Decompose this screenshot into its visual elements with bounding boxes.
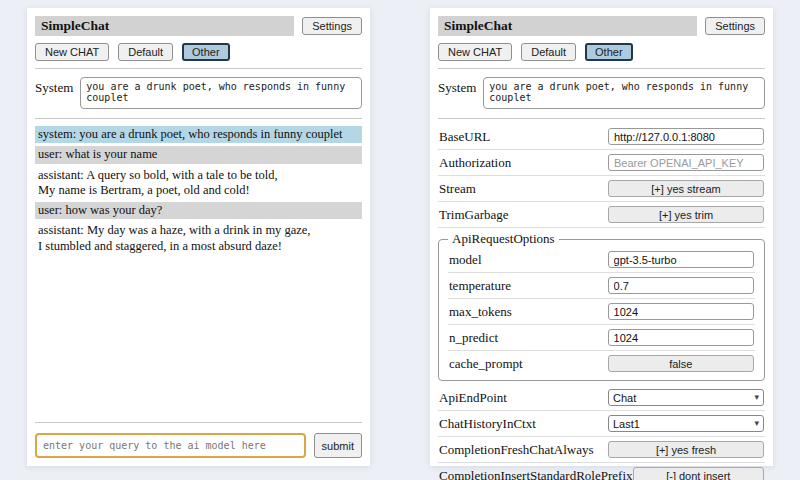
divider xyxy=(35,118,362,119)
baseurl-label: BaseURL xyxy=(439,129,490,145)
max-tokens-input[interactable] xyxy=(608,303,754,320)
settings-panel: SimpleChat Settings New CHAT Default Oth… xyxy=(430,8,773,466)
chat-history-selected-value: Last1 xyxy=(613,418,640,430)
stream-toggle-button[interactable]: [+] yes stream xyxy=(608,180,764,197)
session-tab-other[interactable]: Other xyxy=(585,43,633,61)
session-tab-other[interactable]: Other xyxy=(182,43,230,61)
api-request-options-fieldset: ApiRequestOptions model temperature max_… xyxy=(438,231,765,381)
stream-label: Stream xyxy=(439,181,476,197)
spacer xyxy=(35,258,362,415)
setting-row-cache-prompt: cache_prompt false xyxy=(448,351,755,376)
setting-row-trimgarbage: TrimGarbage [+] yes trim xyxy=(438,202,765,228)
query-row: submit xyxy=(35,433,362,458)
app-title: SimpleChat xyxy=(438,16,697,36)
cache-prompt-toggle-button[interactable]: false xyxy=(608,355,754,372)
session-tab-default[interactable]: Default xyxy=(118,43,173,61)
api-endpoint-selected-value: Chat xyxy=(613,392,636,404)
setting-row-stream: Stream [+] yes stream xyxy=(438,176,765,202)
system-label: System xyxy=(438,77,476,96)
chat-message-user: user: what is your name xyxy=(35,146,362,163)
model-label: model xyxy=(449,252,482,268)
api-request-options-legend: ApiRequestOptions xyxy=(448,231,559,247)
trimgarbage-label: TrimGarbage xyxy=(439,207,509,223)
chat-history-select[interactable]: Last1 ▾ xyxy=(608,415,764,432)
chat-message-user: user: how was your day? xyxy=(35,202,362,219)
chevron-down-icon: ▾ xyxy=(754,393,759,402)
baseurl-input[interactable] xyxy=(608,128,764,145)
chat-message-assistant: assistant: A query so bold, with a tale … xyxy=(35,167,362,200)
temperature-input[interactable] xyxy=(608,277,754,294)
submit-button[interactable]: submit xyxy=(314,433,362,458)
cache-prompt-label: cache_prompt xyxy=(449,356,523,372)
chat-history-label: ChatHistoryInCtxt xyxy=(439,416,536,432)
chat-message-system: system: you are a drunk poet, who respon… xyxy=(35,126,362,143)
system-label: System xyxy=(35,77,73,96)
n-predict-label: n_predict xyxy=(449,330,498,346)
authorization-input[interactable] xyxy=(608,154,764,171)
system-prompt-input[interactable]: you are a drunk poet, who responds in fu… xyxy=(483,77,765,109)
temperature-label: temperature xyxy=(449,278,511,294)
api-endpoint-select[interactable]: Chat ▾ xyxy=(608,389,764,406)
max-tokens-label: max_tokens xyxy=(449,304,512,320)
session-toolbar: New CHAT Default Other xyxy=(35,43,362,61)
setting-row-authorization: Authorization xyxy=(438,150,765,176)
session-tab-default[interactable]: Default xyxy=(521,43,576,61)
system-prompt-row: System you are a drunk poet, who respond… xyxy=(438,77,765,109)
system-prompt-row: System you are a drunk poet, who respond… xyxy=(35,77,362,109)
settings-button[interactable]: Settings xyxy=(302,17,362,35)
chat-panel: SimpleChat Settings New CHAT Default Oth… xyxy=(27,8,370,466)
api-endpoint-label: ApiEndPoint xyxy=(439,390,507,406)
divider xyxy=(438,68,765,69)
setting-row-model: model xyxy=(448,247,755,273)
setting-row-temperature: temperature xyxy=(448,273,755,299)
model-input[interactable] xyxy=(608,251,754,268)
divider xyxy=(35,422,362,423)
trimgarbage-toggle-button[interactable]: [+] yes trim xyxy=(608,206,764,223)
chat-log: system: you are a drunk poet, who respon… xyxy=(35,126,362,258)
title-row: SimpleChat Settings xyxy=(438,16,765,36)
setting-row-max-tokens: max_tokens xyxy=(448,299,755,325)
new-chat-button[interactable]: New CHAT xyxy=(438,43,512,61)
setting-row-api-endpoint: ApiEndPoint Chat ▾ xyxy=(438,385,765,411)
system-prompt-input[interactable]: you are a drunk poet, who responds in fu… xyxy=(80,77,362,109)
chat-message-assistant: assistant: My day was a haze, with a dri… xyxy=(35,222,362,255)
title-row: SimpleChat Settings xyxy=(35,16,362,36)
completion-fresh-toggle-button[interactable]: [+] yes fresh xyxy=(608,441,764,458)
divider xyxy=(438,118,765,119)
setting-row-chat-history: ChatHistoryInCtxt Last1 ▾ xyxy=(438,411,765,437)
completion-insert-label: CompletionInsertStandardRolePrefix xyxy=(439,468,633,480)
authorization-label: Authorization xyxy=(439,155,511,171)
new-chat-button[interactable]: New CHAT xyxy=(35,43,109,61)
setting-row-baseurl: BaseURL xyxy=(438,124,765,150)
app-title: SimpleChat xyxy=(35,16,294,36)
setting-row-completion-fresh: CompletionFreshChatAlways [+] yes fresh xyxy=(438,437,765,463)
chevron-down-icon: ▾ xyxy=(754,419,759,428)
query-input[interactable] xyxy=(35,433,306,458)
settings-button[interactable]: Settings xyxy=(705,17,765,35)
setting-row-completion-insert: CompletionInsertStandardRolePrefix [-] d… xyxy=(438,463,765,480)
setting-row-n-predict: n_predict xyxy=(448,325,755,351)
n-predict-input[interactable] xyxy=(608,329,754,346)
session-toolbar: New CHAT Default Other xyxy=(438,43,765,61)
completion-fresh-label: CompletionFreshChatAlways xyxy=(439,442,594,458)
completion-insert-toggle-button[interactable]: [-] dont insert xyxy=(633,467,764,480)
divider xyxy=(35,68,362,69)
